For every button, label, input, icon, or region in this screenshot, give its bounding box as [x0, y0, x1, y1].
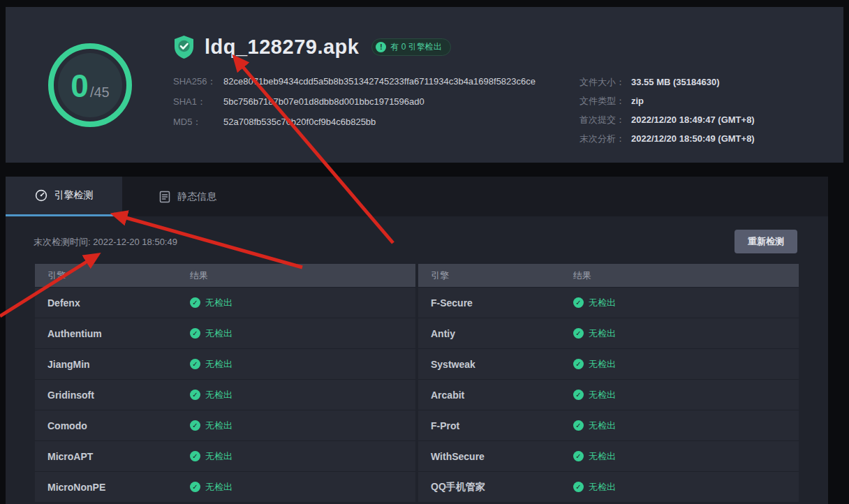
column-header-result: 结果	[573, 269, 591, 282]
tab-label: 静态信息	[177, 191, 216, 203]
hash-label: SHA1：	[173, 96, 223, 108]
table-row: Gridinsoft✓无检出	[35, 379, 415, 410]
hash-value: 5bc756b7187b07e01d8dbb8d001bbc1971596ad0	[223, 96, 424, 107]
table-row: JiangMin✓无检出	[35, 348, 415, 379]
detection-badge-text: 有 0 引擎检出	[390, 41, 441, 53]
file-info-value: 2022/12/20 18:49:47 (GMT+8)	[631, 114, 755, 125]
result-cell: ✓无检出	[190, 358, 232, 371]
file-title-row: ldq_128279.apk ! 有 0 引擎检出	[173, 35, 451, 59]
column-header-engine: 引擎	[35, 269, 190, 282]
file-info-row: 首次提交：2022/12/20 18:49:47 (GMT+8)	[579, 110, 755, 129]
engine-name: F-Prot	[418, 420, 573, 431]
hash-list: SHA256：82ce8071beb9434cdd5a5b8b351342745…	[173, 71, 536, 132]
engine-table-left: 引擎结果Defenx✓无检出Authentium✓无检出JiangMin✓无检出…	[35, 264, 415, 502]
table-row: Systweak✓无检出	[418, 348, 799, 379]
file-info-label: 末次分析：	[579, 133, 631, 145]
check-icon: ✓	[573, 297, 584, 308]
result-cell: ✓无检出	[190, 481, 232, 494]
engine-name: QQ手机管家	[418, 481, 573, 494]
tab-label: 引擎检测	[54, 189, 94, 202]
check-icon: ✓	[190, 451, 200, 461]
tab-static-info[interactable]: 静态信息	[122, 177, 253, 216]
result-text: 无检出	[589, 389, 616, 401]
table-row: F-Secure✓无检出	[418, 287, 799, 318]
result-cell: ✓无检出	[573, 327, 616, 340]
result-text: 无检出	[205, 450, 232, 463]
result-text: 无检出	[589, 481, 616, 494]
hash-value: 82ce8071beb9434cdd5a5b8b351342745233ffa6…	[223, 76, 536, 87]
result-text: 无检出	[205, 389, 232, 401]
result-cell: ✓无检出	[190, 450, 232, 463]
table-row: Comodo✓无检出	[35, 410, 415, 440]
check-icon: ✓	[573, 451, 584, 461]
engine-name: Antiy	[418, 328, 573, 339]
engine-detection-panel: 末次检测时间: 2022-12-20 18:50:49 重新检测 引擎结果Def…	[6, 216, 828, 504]
check-icon: ✓	[573, 359, 584, 369]
file-info-value: zip	[631, 96, 644, 106]
detections-count: 0	[71, 70, 89, 102]
engine-name: Arcabit	[418, 390, 573, 401]
file-info-label: 首次提交：	[579, 114, 631, 126]
detection-score: 0 /45	[58, 53, 122, 117]
result-text: 无检出	[589, 450, 616, 463]
table-row: Antiy✓无检出	[418, 318, 799, 348]
engine-results-tables: 引擎结果Defenx✓无检出Authentium✓无检出JiangMin✓无检出…	[35, 264, 799, 502]
column-header-result: 结果	[190, 269, 208, 282]
recheck-button[interactable]: 重新检测	[734, 230, 797, 253]
hash-label: SHA256：	[173, 75, 223, 88]
table-row: QQ手机管家✓无检出	[418, 471, 799, 502]
detection-badge: ! 有 0 引擎检出	[371, 38, 450, 56]
table-header-row: 引擎结果	[35, 264, 415, 287]
info-icon: !	[376, 42, 386, 52]
result-cell: ✓无检出	[573, 389, 616, 401]
file-info-label: 文件大小：	[579, 76, 631, 89]
table-row: WithSecure✓无检出	[418, 440, 799, 471]
file-info-value: 2022/12/20 18:50:49 (GMT+8)	[631, 133, 755, 144]
result-text: 无检出	[589, 358, 616, 371]
result-cell: ✓无检出	[573, 481, 616, 494]
engines-total: /45	[90, 84, 110, 101]
document-icon	[159, 191, 170, 203]
engine-name: WithSecure	[418, 451, 573, 462]
result-text: 无检出	[589, 420, 616, 432]
engine-name: Authentium	[35, 328, 190, 339]
table-header-row: 引擎结果	[418, 264, 799, 287]
engine-name: MicroNonPE	[35, 482, 190, 493]
engine-name: JiangMin	[35, 359, 190, 370]
check-icon: ✓	[190, 482, 200, 492]
engine-name: Comodo	[35, 420, 190, 431]
engine-name: Gridinsoft	[35, 390, 190, 401]
check-icon: ✓	[190, 420, 200, 431]
shield-icon	[173, 35, 195, 59]
gauge-icon	[35, 189, 47, 202]
hash-label: MD5：	[173, 116, 223, 128]
result-cell: ✓无检出	[190, 420, 232, 432]
hash-row: SHA256：82ce8071beb9434cdd5a5b8b351342745…	[173, 71, 536, 91]
hash-row: MD5：52a708fb535c70b20f0cf9b4c6b825bb	[173, 112, 536, 132]
result-text: 无检出	[205, 420, 232, 432]
result-text: 无检出	[589, 327, 616, 340]
file-info-label: 文件类型：	[579, 95, 631, 108]
result-text: 无检出	[205, 481, 232, 494]
check-icon: ✓	[190, 359, 200, 369]
last-check-time: 末次检测时间: 2022-12-20 18:50:49	[34, 236, 177, 249]
tab-engine-detection[interactable]: 引擎检测	[6, 177, 122, 216]
result-cell: ✓无检出	[573, 297, 616, 309]
result-cell: ✓无检出	[573, 450, 616, 463]
table-row: MicroAPT✓无检出	[35, 440, 415, 471]
hash-value: 52a708fb535c70b20f0cf9b4c6b825bb	[223, 117, 376, 127]
result-text: 无检出	[205, 358, 232, 371]
table-row: F-Prot✓无检出	[418, 410, 799, 440]
check-icon: ✓	[190, 328, 200, 339]
check-icon: ✓	[573, 482, 584, 492]
table-row: MicroNonPE✓无检出	[35, 471, 415, 502]
column-header-engine: 引擎	[418, 269, 573, 282]
check-icon: ✓	[190, 297, 200, 308]
check-icon: ✓	[573, 390, 584, 400]
table-row: Arcabit✓无检出	[418, 379, 799, 410]
tab-bar: 引擎检测 静态信息	[6, 177, 828, 216]
result-text: 无检出	[205, 297, 232, 309]
result-cell: ✓无检出	[190, 327, 232, 340]
hash-row: SHA1：5bc756b7187b07e01d8dbb8d001bbc19715…	[173, 91, 536, 112]
engine-name: Systweak	[418, 359, 573, 370]
